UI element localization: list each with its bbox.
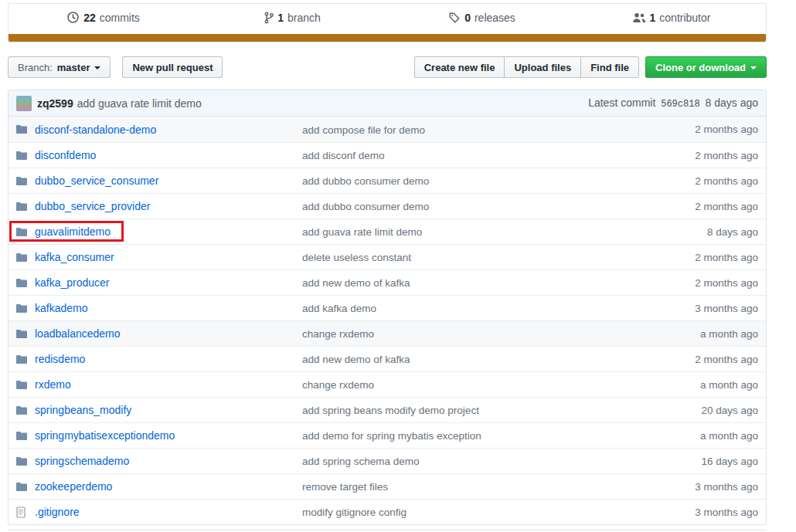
file-link[interactable]: springbeans_modify <box>35 404 131 416</box>
commit-sha-link[interactable]: 569c818 <box>661 99 699 110</box>
file-link[interactable]: springmybatisexceptiondemo <box>35 429 175 442</box>
file-link[interactable]: springschemademo <box>35 455 129 467</box>
latest-commit-label: Latest commit <box>588 97 655 109</box>
stat-count: 1 <box>277 12 284 24</box>
find-file-button[interactable]: Find file <box>580 56 639 78</box>
file-navigation-toolbar: Branch: master New pull request Create n… <box>8 56 767 78</box>
commit-message-link[interactable]: add kafka demo <box>302 303 376 314</box>
table-row: zookeeperdemoremove target files3 months… <box>9 473 766 499</box>
table-row: springschemademoadd spring schema demo16… <box>9 448 766 473</box>
commit-message-link[interactable]: add dubbo consumer demo <box>302 175 429 187</box>
folder-icon <box>16 482 35 492</box>
stat-count: 22 <box>83 12 96 24</box>
commit-message-link[interactable]: add demo for spring mybatis exception <box>302 430 481 442</box>
stat-label: releases <box>475 12 515 24</box>
stat-label: commits <box>100 12 140 24</box>
file-table: zq2599 add guava rate limit demo Latest … <box>8 90 767 525</box>
file-age: 2 months ago <box>642 277 758 289</box>
file-commit-message: change rxdemo <box>302 327 642 340</box>
file-link[interactable]: loadbalancedemo <box>35 327 121 340</box>
commit-message-link[interactable]: add compose file for demo <box>302 124 425 136</box>
file-link[interactable]: redisdemo <box>35 353 85 365</box>
file-name: kafka_producer <box>35 276 302 289</box>
stat-releases[interactable]: 0 releases <box>448 12 515 24</box>
file-link[interactable]: kafka_consumer <box>35 251 114 263</box>
avatar[interactable] <box>16 96 32 111</box>
file-name: zookeeperdemo <box>35 480 302 493</box>
branch-label: Branch: <box>18 62 53 73</box>
table-row: .gitignoremodify gitignore config3 month… <box>9 499 766 524</box>
file-age: 3 months ago <box>642 507 758 518</box>
file-link[interactable]: dubbo_service_provider <box>35 200 150 212</box>
stat-commits[interactable]: 22 commits <box>66 11 140 24</box>
file-name: .gitignore <box>35 506 302 518</box>
file-age: 16 days ago <box>642 456 758 467</box>
commit-message-link[interactable]: add disconf demo <box>302 150 385 161</box>
clone-or-download-button[interactable]: Clone or download <box>645 56 767 78</box>
commit-message-link[interactable]: change rxdemo <box>302 379 374 391</box>
file-link[interactable]: .gitignore <box>35 506 80 518</box>
commit-message-link[interactable]: change rxdemo <box>302 328 374 340</box>
file-commit-message: add spring beans modify demo project <box>302 404 642 416</box>
file-actions-group: Create new file Upload files Find file <box>414 56 639 78</box>
latest-commit-info: Latest commit 569c818 8 days ago <box>588 97 758 110</box>
stat-contributors[interactable]: 1 contributor <box>632 12 711 24</box>
file-link[interactable]: disconfdemo <box>35 149 96 161</box>
commit-message-link[interactable]: add spring beans modify demo project <box>302 405 479 416</box>
clone-label: Clone or download <box>655 62 746 73</box>
chevron-down-icon <box>750 66 757 69</box>
file-name: loadbalancedemo <box>35 327 302 340</box>
file-link[interactable]: rxdemo <box>35 378 71 391</box>
tag-icon <box>448 12 461 24</box>
file-commit-message: remove target files <box>302 480 642 493</box>
commit-message-link[interactable]: add spring schema demo <box>302 456 420 467</box>
folder-icon <box>16 202 35 212</box>
file-age: 3 months ago <box>642 481 758 493</box>
file-age: a month ago <box>642 328 758 340</box>
commit-message-link[interactable]: remove target files <box>302 481 388 493</box>
file-link[interactable]: guavalimitdemo <box>35 225 111 238</box>
file-link[interactable]: disconf-standalone-demo <box>35 124 156 136</box>
stat-branches[interactable]: 1 branch <box>264 12 321 24</box>
commit-message-link[interactable]: add new demo of kafka <box>302 354 410 365</box>
commit-message-link[interactable]: add guava rate limit demo <box>302 226 422 238</box>
commit-message-link[interactable]: delete useless constant <box>302 252 411 263</box>
file-name: disconfdemo <box>35 149 302 161</box>
file-commit-message: add dubbo consumer demo <box>302 200 642 212</box>
file-age: 2 months ago <box>642 354 758 365</box>
folder-icon <box>16 329 35 339</box>
file-commit-message: add spring schema demo <box>302 455 642 467</box>
latest-commit-bar: zq2599 add guava rate limit demo Latest … <box>9 90 766 117</box>
commit-message-link[interactable]: add new demo of kafka <box>302 277 410 289</box>
upload-files-button[interactable]: Upload files <box>504 56 581 78</box>
file-link[interactable]: kafkademo <box>35 302 87 314</box>
file-commit-message: add compose file for demo <box>302 124 642 136</box>
people-icon <box>632 12 646 23</box>
table-row: kafka_consumerdelete useless constant2 m… <box>9 244 766 269</box>
section-divider <box>8 530 767 530</box>
branch-select-button[interactable]: Branch: master <box>8 56 111 78</box>
file-link[interactable]: dubbo_service_consumer <box>35 175 158 187</box>
file-name: springschemademo <box>35 455 302 467</box>
commit-message-link[interactable]: add dubbo consumer demo <box>302 201 429 212</box>
commit-author-link[interactable]: zq2599 <box>37 97 73 110</box>
new-pull-request-button[interactable]: New pull request <box>122 56 223 78</box>
file-name: disconf-standalone-demo <box>35 124 302 136</box>
git-branch-icon <box>264 12 274 24</box>
commit-message-link[interactable]: add guava rate limit demo <box>77 97 202 110</box>
file-age: 3 months ago <box>642 303 758 314</box>
file-commit-message: modify gitignore config <box>302 506 642 518</box>
folder-icon <box>16 151 35 161</box>
language-bar[interactable] <box>9 34 766 42</box>
commit-age: 8 days ago <box>706 97 759 109</box>
table-row: dubbo_service_consumeradd dubbo consumer… <box>9 168 766 193</box>
file-commit-message: delete useless constant <box>302 251 642 263</box>
folder-icon <box>16 303 35 313</box>
create-new-file-button[interactable]: Create new file <box>414 56 505 78</box>
stat-count: 0 <box>464 12 471 24</box>
folder-icon <box>16 278 35 288</box>
file-link[interactable]: kafka_producer <box>35 276 110 289</box>
commit-message-link[interactable]: modify gitignore config <box>302 507 407 518</box>
file-link[interactable]: zookeeperdemo <box>35 480 112 493</box>
table-row: springbeans_modifyadd spring beans modif… <box>9 397 766 422</box>
